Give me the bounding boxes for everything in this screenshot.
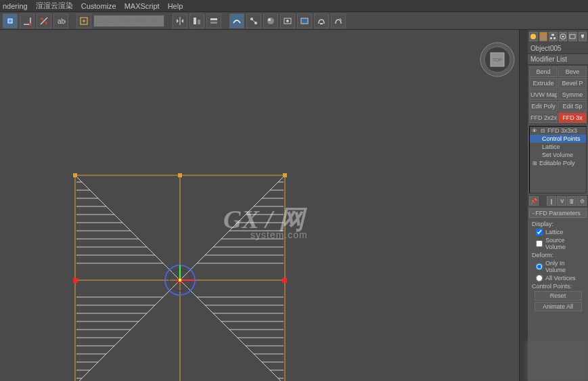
mod-edit-spline[interactable]: Edit Sp	[558, 101, 587, 112]
menubar: ndering 渲渲云渲染 Customize MAXScript Help	[0, 0, 588, 12]
viewport[interactable]: TOP GX / 网 system.com 截图(Alt + A)	[0, 30, 527, 381]
mod-ffd-3x3x3[interactable]: FFD 3x	[558, 112, 587, 123]
command-panel: Object005 Modifier List Bend Beve Extrud…	[527, 30, 588, 381]
svg-rect-67	[73, 173, 77, 177]
make-unique-icon[interactable]: ∀	[557, 196, 566, 206]
deform-label: Deform:	[532, 252, 584, 259]
stack-lattice-label: Lattice	[542, 143, 560, 150]
render-setup-icon[interactable]	[280, 14, 295, 28]
lattice-checkbox-label: Lattice	[545, 229, 564, 236]
utilities-tab-icon[interactable]	[579, 32, 587, 41]
svg-rect-68	[178, 173, 182, 177]
mirror-icon[interactable]	[173, 14, 187, 28]
stack-set-volume[interactable]: Set Volume	[530, 151, 586, 159]
svg-point-12	[267, 18, 274, 24]
menu-customize[interactable]: Customize	[81, 2, 116, 10]
percent-snap-icon[interactable]	[37, 14, 51, 28]
remove-modifier-icon[interactable]: 🗑	[567, 196, 576, 206]
source-volume-checkbox[interactable]	[536, 240, 543, 247]
angle-snap-icon[interactable]	[20, 14, 35, 28]
snap-toggle-icon[interactable]	[3, 14, 18, 28]
named-selection-edit-icon[interactable]	[76, 14, 91, 28]
menu-help[interactable]: Help	[168, 2, 183, 10]
all-vertices-label: All Vertices	[545, 275, 576, 282]
viewcube[interactable]: TOP	[480, 42, 515, 77]
svg-point-2	[41, 18, 43, 20]
mod-bevel-profile[interactable]: Bevel P	[558, 78, 587, 89]
svg-rect-69	[283, 173, 287, 177]
svg-rect-6	[194, 18, 196, 24]
pin-stack-icon[interactable]: 📌	[529, 196, 539, 206]
svg-rect-87	[550, 37, 552, 39]
layer-manager-icon[interactable]	[206, 14, 221, 28]
viewport-canvas	[0, 30, 514, 381]
modifier-list-dropdown[interactable]: Modifier List	[528, 54, 588, 65]
only-in-volume-label: Only In Volume	[545, 260, 584, 273]
menu-cloud-render[interactable]: 渲渲云渲染	[36, 1, 73, 11]
svg-rect-9	[210, 22, 217, 24]
stack-lattice[interactable]: Lattice	[530, 143, 586, 151]
svg-text:abc: abc	[58, 18, 66, 25]
svg-rect-17	[320, 23, 323, 24]
curve-editor-icon[interactable]	[229, 14, 244, 28]
selection-set-dropdown[interactable]	[93, 15, 164, 27]
svg-rect-86	[551, 34, 554, 36]
stack-control-points[interactable]: Control Points	[530, 135, 586, 143]
svg-rect-16	[301, 18, 308, 24]
mod-edit-poly[interactable]: Edit Poly	[529, 101, 558, 112]
lattice-checkbox[interactable]	[536, 229, 543, 236]
reset-button[interactable]: Reset	[535, 291, 582, 300]
create-tab-icon[interactable]	[529, 32, 538, 41]
show-end-result-icon[interactable]: ‖	[547, 196, 556, 206]
svg-text:TOP: TOP	[493, 58, 503, 62]
control-points-label: Control Points:	[532, 283, 584, 290]
svg-rect-91	[570, 35, 575, 39]
viewport-scrollbar[interactable]	[519, 30, 527, 381]
svg-point-3	[45, 22, 47, 24]
eye-toggle-icon[interactable]: 👁	[531, 128, 538, 134]
stack-set-volume-label: Set Volume	[542, 152, 573, 158]
schematic-view-icon[interactable]	[246, 14, 261, 28]
svg-rect-74	[282, 278, 287, 283]
stack-control-points-label: Control Points	[542, 135, 581, 142]
mod-symmetry[interactable]: Symme	[558, 89, 587, 100]
svg-rect-88	[553, 37, 556, 39]
render-frame-icon[interactable]	[297, 14, 312, 28]
object-name-field[interactable]: Object005	[528, 43, 588, 54]
mod-bevel[interactable]: Beve	[558, 66, 587, 77]
menu-maxscript[interactable]: MAXScript	[125, 2, 160, 10]
stack-ffd-label: FFD 3x3x3	[547, 127, 577, 134]
spinner-snap-icon[interactable]: abc	[53, 14, 68, 28]
motion-tab-icon[interactable]	[559, 32, 568, 41]
svg-rect-8	[210, 18, 217, 20]
display-tab-icon[interactable]	[568, 32, 577, 41]
svg-point-1	[29, 23, 32, 26]
svg-rect-80	[179, 279, 181, 282]
configure-sets-icon[interactable]: ⚙	[577, 196, 587, 206]
all-vertices-radio[interactable]	[536, 275, 543, 282]
only-in-volume-radio[interactable]	[536, 263, 543, 270]
source-volume-checkbox-label: Source Volume	[545, 237, 584, 250]
mod-bend[interactable]: Bend	[529, 66, 558, 77]
mod-uvw-map[interactable]: UVW Map	[529, 89, 558, 100]
render-icon[interactable]	[314, 14, 329, 28]
render-production-icon[interactable]	[331, 14, 346, 28]
expand-toggle-icon[interactable]: ⊟	[539, 128, 546, 134]
modifier-buttons: Bend Beve Extrude Bevel P UVW Map Symme …	[528, 65, 588, 125]
hierarchy-tab-icon[interactable]	[549, 32, 558, 41]
panel-tabs	[528, 30, 588, 43]
modify-tab-icon[interactable]	[539, 32, 548, 41]
mod-extrude[interactable]: Extrude	[529, 78, 558, 89]
stack-ffd[interactable]: 👁 ⊟ FFD 3x3x3	[530, 127, 586, 135]
menu-rendering[interactable]: ndering	[3, 2, 28, 10]
expand-toggle-icon[interactable]: ⊞	[531, 160, 538, 166]
animate-all-button[interactable]: Animate All	[535, 302, 582, 311]
rollout-header[interactable]: FFD Parameters	[529, 208, 587, 218]
svg-point-85	[530, 34, 536, 39]
align-icon[interactable]	[189, 14, 204, 28]
material-editor-icon[interactable]	[263, 14, 278, 28]
blurred-region	[527, 340, 588, 381]
mod-ffd-2x2x2[interactable]: FFD 2x2x2	[529, 112, 558, 123]
svg-rect-73	[73, 278, 78, 283]
stack-editable-poly[interactable]: ⊞ Editable Poly	[530, 159, 586, 167]
